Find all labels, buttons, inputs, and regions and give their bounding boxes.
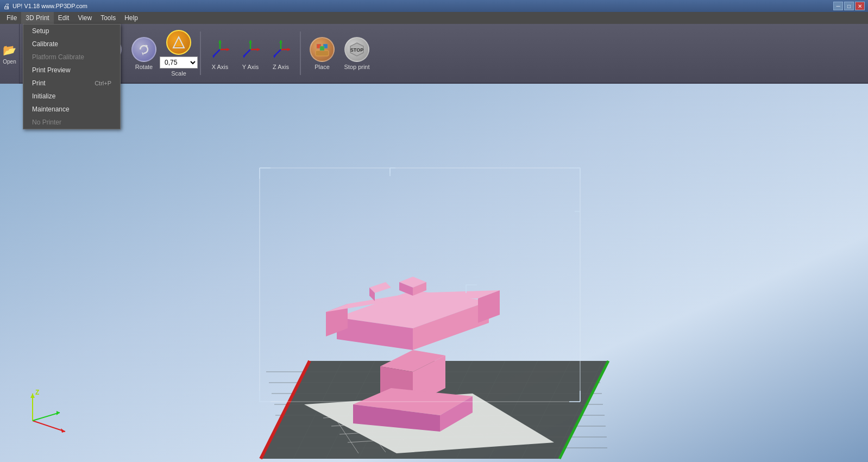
menu-item-calibrate[interactable]: Calibrate bbox=[23, 38, 120, 51]
svg-marker-13 bbox=[142, 52, 144, 55]
stopprint-icon: STOP bbox=[344, 37, 369, 62]
menu-3dprint[interactable]: 3D Print bbox=[21, 12, 53, 24]
title-text: 🖨 UP! V1.18 www.PP3DP.com bbox=[3, 2, 87, 10]
close-button[interactable]: ✕ bbox=[855, 2, 865, 10]
toolbar-separator-1 bbox=[200, 32, 201, 75]
yaxis-button[interactable]: Y Axis bbox=[237, 37, 264, 70]
window-controls: ─ □ ✕ bbox=[833, 2, 865, 10]
menu-item-maintenance[interactable]: Maintenance bbox=[23, 103, 120, 116]
svg-rect-38 bbox=[316, 51, 329, 56]
viewport[interactable]: Z bbox=[0, 84, 868, 462]
menu-tools[interactable]: Tools bbox=[96, 12, 120, 24]
xaxis-icon bbox=[207, 37, 232, 62]
3d-scene: Z bbox=[0, 84, 868, 462]
scale-icon bbox=[166, 30, 191, 55]
place-icon bbox=[310, 37, 335, 62]
stopprint-label: Stop print bbox=[344, 64, 369, 70]
toolbar: ? About Fit bbox=[0, 24, 868, 84]
app-icon: 🖨 bbox=[3, 2, 10, 10]
yaxis-icon bbox=[238, 37, 263, 62]
scale-select[interactable]: 0,75 0,25 0,50 1,00 1,25 1,50 2,00 bbox=[160, 57, 198, 68]
toolbar-separator-2 bbox=[300, 32, 301, 75]
rotate-label: Rotate bbox=[135, 64, 153, 70]
place-button[interactable]: Place bbox=[306, 37, 338, 70]
menu-item-print[interactable]: Print Ctrl+P bbox=[23, 77, 120, 90]
zaxis-button[interactable]: Z Axis bbox=[267, 37, 294, 70]
print-shortcut: Ctrl+P bbox=[95, 80, 111, 86]
svg-marker-29 bbox=[249, 40, 252, 43]
restore-button[interactable]: □ bbox=[844, 2, 854, 10]
menu-edit[interactable]: Edit bbox=[54, 12, 74, 24]
menu-item-initialize[interactable]: Initialize bbox=[23, 90, 120, 103]
menubar: File 3D Print Edit View Tools Help bbox=[0, 12, 868, 24]
menu-item-print-preview[interactable]: Print Preview bbox=[23, 64, 120, 77]
xaxis-label: X Axis bbox=[212, 64, 229, 70]
dropdown-3dprint: Setup Calibrate Platform Calibrate Print… bbox=[23, 24, 121, 129]
open-button[interactable]: 📂 Open bbox=[0, 24, 20, 84]
svg-rect-44 bbox=[320, 46, 324, 51]
yaxis-label: Y Axis bbox=[242, 64, 259, 70]
rotate-icon bbox=[131, 37, 156, 62]
svg-marker-35 bbox=[279, 40, 282, 43]
minimize-button[interactable]: ─ bbox=[833, 2, 843, 10]
place-label: Place bbox=[315, 64, 330, 70]
stopprint-button[interactable]: STOP Stop print bbox=[341, 37, 373, 70]
open-icon: 📂 bbox=[3, 43, 16, 57]
svg-line-24 bbox=[213, 49, 220, 57]
svg-line-36 bbox=[274, 49, 281, 57]
svg-text:STOP: STOP bbox=[350, 47, 363, 53]
scale-label: Scale bbox=[171, 70, 186, 77]
menu-help[interactable]: Help bbox=[120, 12, 142, 24]
zaxis-icon bbox=[268, 37, 293, 62]
menu-item-no-printer: No Printer bbox=[23, 116, 120, 129]
svg-line-30 bbox=[243, 49, 250, 57]
scale-button[interactable]: 0,75 0,25 0,50 1,00 1,25 1,50 2,00 Scale bbox=[163, 30, 194, 77]
menu-item-platform-calibrate: Platform Calibrate bbox=[23, 51, 120, 64]
menu-item-setup[interactable]: Setup bbox=[23, 24, 120, 38]
titlebar: 🖨 UP! V1.18 www.PP3DP.com ─ □ ✕ bbox=[0, 0, 868, 12]
menu-file[interactable]: File bbox=[2, 12, 21, 24]
svg-text:Z: Z bbox=[35, 389, 39, 396]
zaxis-label: Z Axis bbox=[273, 64, 289, 70]
xaxis-button[interactable]: X Axis bbox=[206, 37, 234, 70]
menu-view[interactable]: View bbox=[73, 12, 96, 24]
app-title: UP! V1.18 www.PP3DP.com bbox=[12, 3, 87, 9]
print-label: Print bbox=[32, 79, 46, 87]
svg-marker-21 bbox=[227, 48, 229, 51]
svg-marker-23 bbox=[218, 40, 222, 43]
rotate-button[interactable]: Rotate bbox=[128, 37, 160, 70]
open-label: Open bbox=[3, 59, 16, 65]
svg-marker-27 bbox=[257, 48, 260, 51]
svg-marker-33 bbox=[287, 48, 290, 51]
